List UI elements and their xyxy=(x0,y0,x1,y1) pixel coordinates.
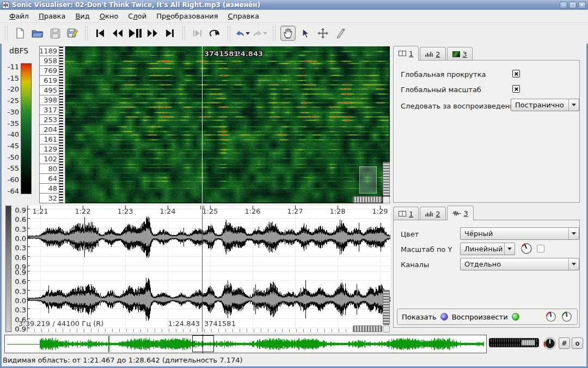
y-scale-dropdown[interactable]: Линейный xyxy=(460,243,515,255)
menu-слой[interactable]: Слой xyxy=(123,11,151,21)
spectrogram-pane[interactable]: 1:24.843 3741581 xyxy=(65,46,390,203)
playback-level-fader[interactable] xyxy=(489,338,539,347)
toolbar xyxy=(0,23,588,44)
titlebar[interactable]: Sonic Visualiser: 02-Don't Think Twice, … xyxy=(0,0,588,10)
playback-pan-knob[interactable] xyxy=(561,311,573,323)
playback-gain-knob[interactable] xyxy=(545,311,557,323)
gain-knob[interactable] xyxy=(520,242,533,255)
cursor-arrow-icon xyxy=(302,28,309,39)
maximize-button[interactable]: ▢ xyxy=(569,2,577,9)
redo-menu-caret[interactable] xyxy=(263,32,267,35)
channels-dropdown[interactable]: Отдельно xyxy=(460,258,579,270)
horizontal-zoom-wheel[interactable] xyxy=(353,196,382,203)
save-session-as-button[interactable] xyxy=(65,26,80,41)
move-tool-button[interactable] xyxy=(315,26,330,41)
frame-count-button[interactable]: # xyxy=(559,337,570,349)
chevron-down-icon xyxy=(568,99,579,111)
db-tick-label: -30 xyxy=(3,108,19,116)
tab-pane-3[interactable]: 3 xyxy=(447,47,473,61)
zoom-reset-handle[interactable] xyxy=(383,325,390,333)
frequency-bin-label: 204 xyxy=(39,124,59,135)
spectrogram-thumb-icon xyxy=(452,51,460,57)
loop-playback-button[interactable] xyxy=(207,26,223,41)
open-session-button[interactable] xyxy=(30,26,45,41)
save-as-icon xyxy=(67,28,78,39)
undo-button[interactable] xyxy=(235,26,250,41)
close-button[interactable]: ✕ xyxy=(578,2,586,9)
navigate-tool-button[interactable] xyxy=(280,26,296,41)
tab-pane-2[interactable]: 2 xyxy=(420,47,445,61)
vertical-zoom-wheel[interactable] xyxy=(383,162,390,196)
minimize-button[interactable]: – xyxy=(560,2,567,9)
chevron-down-icon xyxy=(504,243,514,255)
tab-pane-1[interactable]: 1 xyxy=(393,207,419,220)
visible-region-box[interactable] xyxy=(192,335,214,352)
overview-strip[interactable] xyxy=(4,335,487,353)
new-session-button[interactable] xyxy=(13,26,28,41)
colour-label: Цвет xyxy=(401,230,419,238)
fader-handle[interactable] xyxy=(521,340,535,346)
menu-преобразования[interactable]: Преобразования xyxy=(151,11,223,21)
db-tick-label: -35 xyxy=(3,119,19,128)
tab-pane-3[interactable]: 3 xyxy=(447,206,474,220)
rewind-to-start-button[interactable] xyxy=(93,26,108,41)
menu-справка[interactable]: Справка xyxy=(223,11,264,21)
top-pane-tabs: 1 2 3 xyxy=(393,46,474,61)
skip-to-end-button[interactable] xyxy=(162,26,177,41)
rewind-to-start-icon xyxy=(95,29,105,38)
menu-правка[interactable]: Правка xyxy=(34,11,70,21)
undo-menu-caret[interactable] xyxy=(246,32,250,35)
app-window: Sonic Visualiser: 02-Don't Think Twice, … xyxy=(0,0,588,368)
frequency-bin-label: 1189 xyxy=(39,46,59,56)
global-zoom-checkbox[interactable] xyxy=(512,85,520,93)
menu-окно[interactable]: Окно xyxy=(95,11,124,21)
undo-icon xyxy=(236,29,244,38)
move-arrows-icon xyxy=(317,28,328,39)
global-scroll-checkbox[interactable] xyxy=(512,70,520,77)
frequency-scale[interactable]: 1189958769619495398317253204161129102806… xyxy=(39,46,59,203)
waveform-scroll-strip[interactable] xyxy=(5,206,11,332)
redo-icon xyxy=(253,29,262,38)
play-pause-button[interactable] xyxy=(127,26,143,41)
overview-canvas[interactable] xyxy=(5,335,486,353)
rewind-button[interactable] xyxy=(110,26,125,41)
colour-dropdown[interactable]: Чёрный xyxy=(460,227,579,240)
waveform-pane[interactable]: 1:211:221:231:241:251:261:271:281:29 xyxy=(27,206,390,332)
pane-icon xyxy=(399,51,406,56)
vertical-zoom-wheel[interactable] xyxy=(383,290,390,325)
menu-файл[interactable]: Файл xyxy=(4,11,34,21)
top-properties-panel: Глобальная прокрутка Глобальный масштаб … xyxy=(393,60,580,203)
playback-speed-knob[interactable] xyxy=(543,336,557,351)
play-toggle-led[interactable] xyxy=(512,313,519,321)
follow-playback-label: Следовать за воспроизведением xyxy=(401,102,524,110)
horizontal-zoom-wheel[interactable] xyxy=(353,325,382,332)
pencil-icon xyxy=(335,28,345,39)
draw-tool-button[interactable] xyxy=(333,26,348,41)
waveform-canvas[interactable] xyxy=(28,206,390,331)
time-tick-label: 1:27 xyxy=(287,207,303,215)
zoom-reset-handle[interactable] xyxy=(383,196,390,203)
open-folder-icon xyxy=(32,28,44,39)
spectrogram-canvas[interactable] xyxy=(65,46,389,202)
tab-pane-1[interactable]: 1 xyxy=(393,46,419,61)
bottom-properties-panel: Цвет Чёрный Масштаб по Y Линейный Каналы… xyxy=(393,220,580,328)
redo-button[interactable] xyxy=(253,26,268,41)
play-selection-button[interactable] xyxy=(190,26,205,41)
tab-pane-2[interactable]: 2 xyxy=(420,207,445,220)
select-tool-button[interactable] xyxy=(298,26,313,41)
waveform-tick-ruler xyxy=(27,327,390,332)
dbfs-colorbar xyxy=(21,63,32,194)
db-tick-label: -15 xyxy=(3,74,19,82)
menu-вид[interactable]: Вид xyxy=(70,11,94,21)
rewind-icon xyxy=(112,29,123,38)
follow-playback-dropdown[interactable]: Постранично xyxy=(511,99,579,111)
play-pause-icon xyxy=(128,29,142,38)
play-selection-icon xyxy=(193,29,203,37)
record-mode-button[interactable]: o xyxy=(572,337,583,349)
db-tick-label: -11 xyxy=(3,63,19,71)
show-toggle-led[interactable] xyxy=(440,313,448,321)
fast-forward-button[interactable] xyxy=(145,26,160,41)
save-session-button[interactable] xyxy=(47,26,63,41)
normalize-checkbox[interactable] xyxy=(537,245,544,252)
time-tick-label: 1:28 xyxy=(329,207,345,215)
